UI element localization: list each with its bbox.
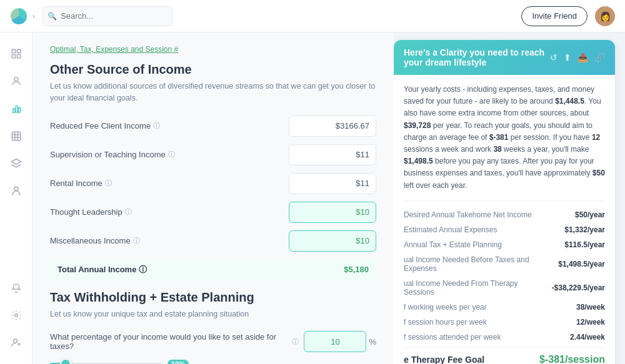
supervision-input[interactable]: [289, 144, 376, 165]
misc-income-row: Miscellaneous Income ⓘ: [50, 230, 376, 252]
therapy-goal-row: e Therapy Fee Goal $-381/session: [404, 347, 605, 364]
misc-help[interactable]: ⓘ: [133, 236, 140, 245]
svg-rect-3: [17, 55, 20, 58]
rental-label: Rental Income ⓘ: [50, 179, 284, 188]
avatar[interactable]: 👩: [595, 6, 615, 26]
thought-help[interactable]: ⓘ: [125, 207, 132, 217]
reduced-fee-row: Reduced Fee Client Income ⓘ: [50, 116, 376, 137]
clarity-body: Your yearly costs - including expenses, …: [394, 75, 615, 364]
clarity-row-5: f working weeks per year 38/week: [404, 300, 605, 315]
total-annual-help[interactable]: ⓘ: [139, 264, 147, 275]
clarity-row-4: ual Income Needed From Therapy Sessions …: [404, 276, 605, 300]
sidebar-icon-person[interactable]: [5, 180, 28, 202]
other-income-title: Other Source of Income: [50, 62, 376, 77]
refresh-icon[interactable]: ↺: [550, 52, 558, 62]
tax-slider-container: 10%: [50, 360, 376, 364]
breadcrumb[interactable]: Optimal, Tax, Expenses and Session #: [50, 45, 376, 54]
svg-point-11: [14, 187, 18, 190]
link-icon[interactable]: 🔗: [594, 52, 605, 62]
rental-input[interactable]: [289, 173, 376, 194]
clarity-card: Here's a Clarity you need to reach your …: [394, 40, 615, 364]
svg-point-13: [13, 339, 17, 343]
clarity-row-1: Estimated Annual Expenses $1,332/year: [404, 222, 605, 237]
rental-help[interactable]: ⓘ: [105, 179, 112, 188]
share-icon[interactable]: 📤: [578, 52, 588, 62]
sidebar: [0, 32, 32, 364]
clarity-row-7: f sessions attended per week 2.44/week: [404, 330, 605, 345]
tax-percent-input[interactable]: [304, 331, 366, 352]
svg-rect-6: [12, 132, 21, 140]
search-icon: 🔍: [48, 12, 57, 21]
clarity-title: Here's a Clarity you need to reach your …: [404, 47, 550, 67]
tax-percent-row: What percentage of your income would you…: [50, 331, 376, 352]
clarity-description: Your yearly costs - including expenses, …: [404, 84, 605, 192]
therapy-goal-value: $-381/session: [539, 354, 605, 364]
misc-input[interactable]: [289, 230, 376, 252]
supervision-label: Supervision or Teaching Income ⓘ: [50, 150, 284, 159]
tax-percent-label: What percentage of your income would you…: [50, 332, 299, 351]
nav-chevron[interactable]: ›: [32, 12, 35, 21]
thought-leadership-row: Thought Leadership ⓘ: [50, 202, 376, 223]
clarity-header: Here's a Clarity you need to reach your …: [394, 40, 615, 75]
supervision-help[interactable]: ⓘ: [168, 150, 175, 159]
clarity-row-2: Annual Tax + Estate Planning $116.5/year: [404, 237, 605, 252]
right-panel: Here's a Clarity you need to reach your …: [394, 32, 625, 364]
topbar: › 🔍 Invite Friend 👩: [0, 0, 625, 32]
sidebar-icon-grid[interactable]: [5, 125, 28, 147]
sidebar-icon-users[interactable]: [5, 70, 28, 92]
sidebar-icon-home[interactable]: [5, 42, 28, 65]
invite-button[interactable]: Invite Friend: [521, 6, 588, 26]
sidebar-icon-settings[interactable]: [5, 304, 28, 327]
other-income-desc: Let us know additional sources of divers…: [50, 81, 376, 104]
clarity-actions: ↺ ⬆ 📤 🔗: [550, 52, 605, 62]
search-input[interactable]: [42, 6, 172, 26]
clarity-data-rows: Desired Annual Takehome Net Income $50/y…: [404, 200, 605, 364]
tax-title: Tax Withholding + Estate Planning: [50, 290, 376, 305]
sidebar-icon-layers[interactable]: [5, 152, 28, 175]
reduced-fee-input[interactable]: [289, 116, 376, 137]
thought-label: Thought Leadership ⓘ: [50, 207, 284, 217]
therapy-goal-label: e Therapy Fee Goal: [404, 355, 484, 364]
sidebar-icon-add-user[interactable]: [5, 332, 28, 354]
reduced-fee-label: Reduced Fee Client Income ⓘ: [50, 121, 284, 130]
sidebar-icon-bell[interactable]: [5, 277, 28, 299]
sidebar-icon-chart[interactable]: [5, 97, 28, 120]
reduced-fee-help[interactable]: ⓘ: [153, 121, 160, 130]
logo: [10, 7, 28, 25]
clarity-row-3: ual Income Needed Before Taxes and Expen…: [404, 252, 605, 276]
svg-point-12: [14, 314, 18, 317]
supervision-row: Supervision or Teaching Income ⓘ: [50, 144, 376, 165]
tax-desc: Let us know your unique tax and estate p…: [50, 308, 376, 320]
svg-rect-0: [12, 49, 15, 52]
slider-value-label: 10%: [168, 360, 189, 364]
upload-icon[interactable]: ⬆: [564, 52, 571, 62]
svg-point-4: [14, 77, 18, 81]
total-annual-value: $5,180: [344, 265, 369, 274]
clarity-row-0: Desired Annual Takehome Net Income $50/y…: [404, 207, 605, 222]
svg-rect-1: [17, 49, 20, 52]
rental-row: Rental Income ⓘ: [50, 173, 376, 194]
clarity-row-6: f session hours per week 12/week: [404, 315, 605, 330]
percent-suffix: %: [369, 337, 376, 347]
topbar-right: Invite Friend 👩: [521, 6, 615, 26]
total-annual-row: Total Annual Income ⓘ $5,180: [50, 259, 376, 280]
main-content: Optimal, Tax, Expenses and Session # Oth…: [32, 32, 394, 364]
misc-label: Miscellaneous Income ⓘ: [50, 236, 284, 245]
thought-input[interactable]: [289, 202, 376, 223]
svg-rect-2: [12, 55, 15, 58]
total-annual-label: Total Annual Income ⓘ: [58, 264, 344, 275]
tax-percent-help[interactable]: ⓘ: [292, 337, 299, 347]
